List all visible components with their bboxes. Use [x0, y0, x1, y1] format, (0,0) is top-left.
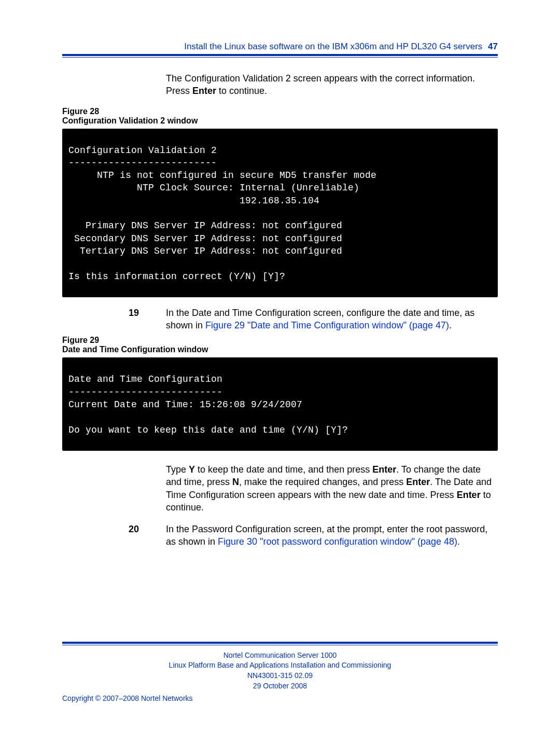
terminal-date-time-config: Date and Time Configuration ------------…: [62, 357, 498, 450]
figure-number: Figure 28: [62, 107, 498, 116]
step-body: In the Date and Time Configuration scree…: [166, 307, 498, 332]
text: , make the required changes, and press: [239, 477, 406, 487]
step-19: 19 In the Date and Time Configuration sc…: [129, 307, 498, 332]
footer-line-1: Nortel Communication Server 1000: [62, 651, 498, 661]
after-figure-29-paragraph: Type Y to keep the date and time, and th…: [166, 463, 498, 514]
keyword-n: N: [232, 477, 239, 487]
header-title: Install the Linux base software on the I…: [184, 42, 482, 51]
keyword-enter: Enter: [457, 490, 481, 500]
step-number: 19: [129, 307, 166, 332]
step-body: In the Password Configuration screen, at…: [166, 523, 498, 548]
text: Type: [166, 464, 189, 475]
figure-29-caption: Figure 29 Date and Time Configuration wi…: [62, 336, 498, 354]
text: .: [457, 536, 460, 547]
footer-block: Nortel Communication Server 1000 Linux P…: [62, 651, 498, 691]
keyword-y: Y: [189, 464, 195, 475]
footer-line-3: NN43001-315 02.09: [62, 671, 498, 681]
running-header: Install the Linux base software on the I…: [62, 42, 498, 52]
figure-number: Figure 29: [62, 336, 498, 345]
figure-28-caption: Figure 28 Configuration Validation 2 win…: [62, 107, 498, 126]
link-figure-29[interactable]: Figure 29 "Date and Time Configuration w…: [205, 320, 449, 330]
footer-rule: [62, 642, 498, 645]
text: .: [449, 320, 452, 330]
intro-paragraph: The Configuration Validation 2 screen ap…: [166, 72, 498, 98]
step-number: 20: [129, 523, 166, 548]
figure-title: Date and Time Configuration window: [62, 345, 498, 354]
text: to continue.: [216, 86, 267, 96]
text: to keep the date and time, and then pres…: [195, 464, 372, 475]
link-figure-30[interactable]: Figure 30 "root password configuration w…: [218, 536, 457, 547]
keyword-enter: Enter: [406, 477, 430, 487]
figure-title: Configuration Validation 2 window: [62, 116, 498, 126]
footer-line-4: 29 October 2008: [62, 681, 498, 691]
step-20: 20 In the Password Configuration screen,…: [129, 523, 498, 548]
header-rule: [62, 54, 498, 58]
terminal-config-validation-2: Configuration Validation 2 -------------…: [62, 129, 498, 297]
page: Install the Linux base software on the I…: [0, 0, 560, 747]
page-number: 47: [488, 42, 498, 51]
keyword-enter: Enter: [372, 464, 396, 475]
footer-line-2: Linux Platform Base and Applications Ins…: [62, 660, 498, 671]
copyright: Copyright © 2007–2008 Nortel Networks: [62, 694, 498, 702]
keyword-enter: Enter: [192, 86, 216, 96]
